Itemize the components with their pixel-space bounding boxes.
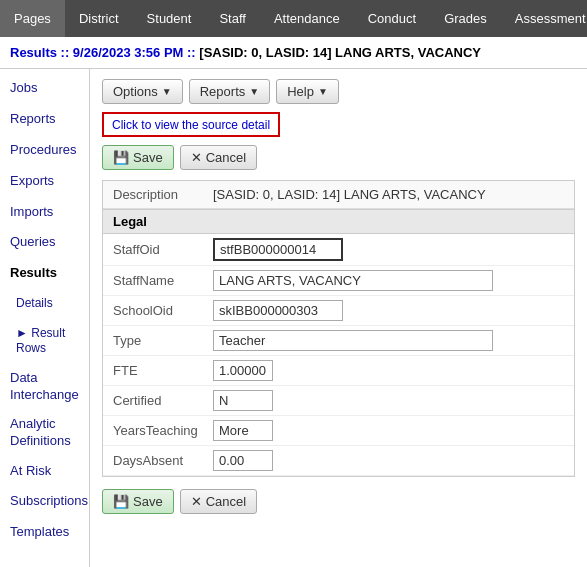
sidebar-item-subscriptions[interactable]: Subscriptions <box>0 486 89 517</box>
form-area: Description [SASID: 0, LASID: 14] LANG A… <box>102 180 575 477</box>
sidebar-item-exports[interactable]: Exports <box>0 166 89 197</box>
fte-label: FTE <box>113 363 213 378</box>
sidebar-item-imports[interactable]: Imports <box>0 197 89 228</box>
sidebar-item-procedures[interactable]: Procedures <box>0 135 89 166</box>
certified-row: Certified <box>103 386 574 416</box>
sidebar-item-result-rows[interactable]: ► Result Rows <box>0 319 89 364</box>
main-layout: Jobs Reports Procedures Exports Imports … <box>0 69 587 567</box>
staffname-label: StaffName <box>113 273 213 288</box>
nav-grades[interactable]: Grades <box>430 0 501 37</box>
staffname-input[interactable] <box>213 270 493 291</box>
sidebar-item-analytic-definitions[interactable]: Analytic Definitions <box>0 410 89 456</box>
nav-pages[interactable]: Pages <box>0 0 65 37</box>
cancel-icon-top: ✕ <box>191 150 202 165</box>
yearsteaching-label: YearsTeaching <box>113 423 213 438</box>
fte-row: FTE <box>103 356 574 386</box>
save-button-top[interactable]: 💾 Save <box>102 145 174 170</box>
legal-section-header: Legal <box>103 209 574 234</box>
reports-button[interactable]: Reports <box>189 79 270 104</box>
results-header: Results :: 9/26/2023 3:56 PM :: [SASID: … <box>0 37 587 69</box>
results-separator: :: <box>183 45 199 60</box>
source-detail-link[interactable]: Click to view the source detail <box>112 118 270 132</box>
help-button[interactable]: Help <box>276 79 339 104</box>
daysabsent-row: DaysAbsent <box>103 446 574 476</box>
daysabsent-input[interactable] <box>213 450 273 471</box>
nav-conduct[interactable]: Conduct <box>354 0 430 37</box>
sidebar-item-templates[interactable]: Templates <box>0 517 89 548</box>
results-prefix: Results :: <box>10 45 73 60</box>
sidebar-item-at-risk[interactable]: At Risk <box>0 456 89 487</box>
sidebar-item-reports[interactable]: Reports <box>0 104 89 135</box>
sidebar-item-data-interchange[interactable]: Data Interchange <box>0 364 89 410</box>
sidebar-item-queries[interactable]: Queries <box>0 227 89 258</box>
save-button-bottom[interactable]: 💾 Save <box>102 489 174 514</box>
description-label: Description <box>113 187 213 202</box>
certified-input[interactable] <box>213 390 273 411</box>
yearsteaching-row: YearsTeaching <box>103 416 574 446</box>
save-icon-top: 💾 <box>113 150 129 165</box>
schooloid-input[interactable] <box>213 300 343 321</box>
description-value: [SASID: 0, LASID: 14] LANG ARTS, VACANCY <box>213 187 486 202</box>
nav-assessment[interactable]: Assessment <box>501 0 587 37</box>
daysabsent-label: DaysAbsent <box>113 453 213 468</box>
type-row: Type <box>103 326 574 356</box>
results-datetime: 9/26/2023 3:56 PM <box>73 45 184 60</box>
sidebar-item-jobs[interactable]: Jobs <box>0 73 89 104</box>
staffoid-input[interactable] <box>213 238 343 261</box>
source-detail-box: Click to view the source detail <box>102 112 280 137</box>
type-input[interactable] <box>213 330 493 351</box>
options-button[interactable]: Options <box>102 79 183 104</box>
main-content: Options Reports Help Click to view the s… <box>90 69 587 567</box>
top-action-row: 💾 Save ✕ Cancel <box>102 145 575 170</box>
sidebar-item-results[interactable]: Results <box>0 258 89 289</box>
staffname-row: StaffName <box>103 266 574 296</box>
top-nav: Pages District Student Staff Attendance … <box>0 0 587 37</box>
sidebar: Jobs Reports Procedures Exports Imports … <box>0 69 90 567</box>
save-icon-bottom: 💾 <box>113 494 129 509</box>
schooloid-row: SchoolOid <box>103 296 574 326</box>
yearsteaching-input[interactable] <box>213 420 273 441</box>
fte-input[interactable] <box>213 360 273 381</box>
nav-district[interactable]: District <box>65 0 133 37</box>
sidebar-item-details[interactable]: Details <box>0 289 89 319</box>
schooloid-label: SchoolOid <box>113 303 213 318</box>
type-label: Type <box>113 333 213 348</box>
cancel-icon-bottom: ✕ <box>191 494 202 509</box>
cancel-button-top[interactable]: ✕ Cancel <box>180 145 257 170</box>
nav-student[interactable]: Student <box>133 0 206 37</box>
results-detail: [SASID: 0, LASID: 14] LANG ARTS, VACANCY <box>199 45 481 60</box>
toolbar: Options Reports Help <box>102 79 575 104</box>
description-row: Description [SASID: 0, LASID: 14] LANG A… <box>103 181 574 209</box>
certified-label: Certified <box>113 393 213 408</box>
staffoid-label: StaffOid <box>113 242 213 257</box>
bottom-action-row: 💾 Save ✕ Cancel <box>102 489 575 514</box>
cancel-button-bottom[interactable]: ✕ Cancel <box>180 489 257 514</box>
nav-staff[interactable]: Staff <box>205 0 260 37</box>
staffoid-row: StaffOid <box>103 234 574 266</box>
nav-attendance[interactable]: Attendance <box>260 0 354 37</box>
